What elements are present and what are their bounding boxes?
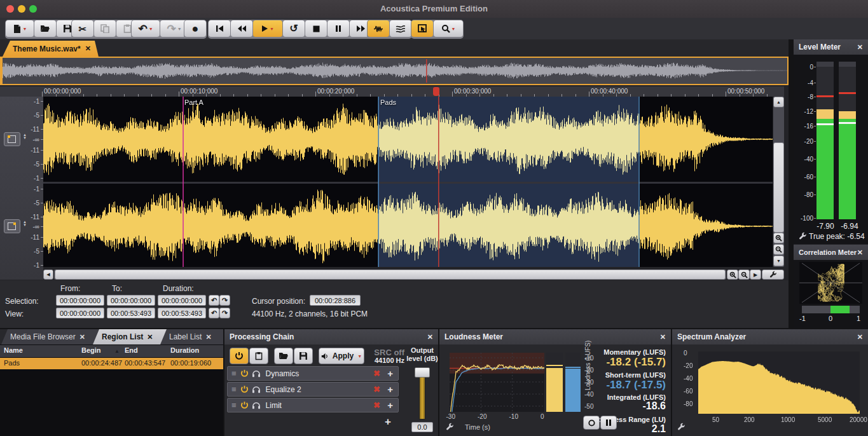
view-from-field[interactable]: 00:00:00:000 [56,308,104,318]
tab-media-file-browser[interactable]: Media File Browser ✕ [1,329,108,344]
channel-2-spinner[interactable]: ▲▼ [22,221,28,227]
marker-part-a-label[interactable]: Part A [184,99,203,106]
power-icon[interactable] [240,385,249,393]
power-icon[interactable] [240,369,249,378]
chain-item-limit[interactable]: ≡Limit✖+ [227,398,399,412]
record-button[interactable]: ● [184,20,206,37]
play-button[interactable]: ▼ [253,20,282,37]
new-file-dropdown-caret[interactable]: ▼ [23,27,27,31]
level-meter-close-icon[interactable]: ✕ [857,44,863,51]
zoom-tool-button[interactable]: ▼ [434,20,463,37]
cut-button[interactable]: ✂ [72,20,93,37]
selection-to-field[interactable]: 00:00:00:000 [107,295,155,306]
document-tab[interactable]: Theme Music.wav* ✕ [3,41,99,57]
headphones-icon[interactable] [252,402,261,409]
vertical-zoom-out-button[interactable] [773,244,784,255]
scroll-options-button[interactable]: ▶ [750,269,761,280]
apply-dropdown-caret[interactable]: ▼ [357,354,362,358]
chain-paste-button[interactable] [249,348,268,364]
channel-2-select-widget[interactable] [4,219,20,233]
add-effect-icon[interactable]: + [387,368,393,379]
remove-effect-icon[interactable]: ✖ [373,369,380,378]
chain-item-dynamics[interactable]: ≡Dynamics✖+ [227,366,399,381]
vertical-scroll-thumb[interactable] [773,142,784,233]
headphones-icon[interactable] [252,386,261,393]
vertical-zoom-in-button[interactable] [773,233,784,243]
processing-chain-close-icon[interactable]: ✕ [427,334,433,341]
tab-close-icon[interactable]: ✕ [147,334,153,341]
horizontal-zoom-out-button[interactable] [738,269,750,280]
stop-button[interactable] [305,20,327,37]
loudness-meter-close-icon[interactable]: ✕ [660,334,666,341]
remove-effect-icon[interactable]: ✖ [373,385,380,394]
tab-close-icon[interactable]: ✕ [205,334,211,341]
overview-waveform-canvas[interactable] [3,58,787,84]
copy-button[interactable] [94,20,116,37]
cursor-position-field[interactable]: 00:00:28:886 [310,295,361,306]
playback-cursor-handle[interactable] [433,87,439,96]
tab-close-icon[interactable]: ✕ [79,334,85,341]
timeline-ruler[interactable]: 00:00:00:00000:00:10:00000:00:20:00000:0… [0,86,784,97]
chain-power-button[interactable] [230,348,249,364]
loop-playback-button[interactable]: ↺ [283,20,305,37]
document-tab-close-icon[interactable]: ✕ [85,45,91,52]
output-level-value[interactable]: 0.0 [411,422,433,432]
add-effect-icon[interactable]: + [387,384,393,395]
view-to-field[interactable]: 00:00:53:493 [107,308,155,318]
chain-open-button[interactable] [274,348,293,364]
view-redo-button[interactable]: ↷ [219,308,230,318]
drag-handle-icon[interactable]: ≡ [231,369,237,378]
region-row-pads[interactable]: Pads 00:00:24:487 00:00:43:547 00:00:19:… [0,358,223,369]
waveform-settings-button[interactable] [762,269,784,280]
region-pads-label[interactable]: Pads [380,99,396,106]
loudness-reset-button[interactable] [583,416,600,430]
pause-button[interactable] [327,20,349,37]
selection-undo-button[interactable]: ↶ [209,295,219,306]
waveform-view-button[interactable] [368,20,389,37]
chain-save-button[interactable] [294,348,313,364]
column-name[interactable]: Name [4,346,23,354]
rewind-button[interactable] [231,20,252,37]
selection-redo-button[interactable]: ↷ [219,295,230,306]
spectrum-analyzer-close-icon[interactable]: ✕ [857,334,863,341]
spectrum-view-button[interactable] [390,20,411,37]
horizontal-zoom-in-button[interactable] [727,269,738,280]
channel-1-spinner[interactable]: ▲▼ [22,133,28,140]
view-duration-field[interactable]: 00:00:53:493 [158,308,206,318]
open-file-button[interactable] [34,20,56,37]
power-icon[interactable] [240,401,249,409]
drag-handle-icon[interactable]: ≡ [231,400,237,410]
channel-1-select-widget[interactable] [4,132,20,146]
loudness-settings-button[interactable] [446,422,454,433]
go-to-start-button[interactable] [209,20,230,37]
column-duration[interactable]: Duration [170,346,199,354]
headphones-icon[interactable] [252,370,261,378]
chain-apply-button[interactable]: Apply ▼ [319,348,364,364]
waveform-editor[interactable]: Part A Pads [43,97,773,267]
zoom-dropdown-caret[interactable]: ▼ [451,27,456,31]
undo-button[interactable]: ↶ ▼ [132,20,160,37]
scroll-up-button[interactable]: ▲ [773,97,784,107]
undo-dropdown-caret[interactable]: ▼ [149,27,153,31]
scroll-down-button[interactable]: ▼ [773,255,784,266]
drag-handle-icon[interactable]: ≡ [231,385,237,394]
horizontal-scroll-thumb[interactable] [55,269,726,280]
spectrum-settings-button[interactable] [677,422,685,433]
loudness-pause-button[interactable] [600,416,617,430]
overview-waveform[interactable] [0,57,789,85]
chain-item-equalize-2[interactable]: ≡Equalize 2✖+ [227,382,399,397]
chain-add-button[interactable]: + [385,416,391,428]
column-end[interactable]: End [125,346,138,354]
redo-dropdown-caret[interactable]: ▼ [177,27,182,31]
add-effect-icon[interactable]: + [387,400,393,411]
scroll-left-button[interactable]: ◀ [43,269,53,280]
level-meter-settings-button[interactable] [799,231,807,243]
correlation-meter-close-icon[interactable]: ✕ [857,249,863,256]
selection-from-field[interactable]: 00:00:00:000 [56,295,104,306]
new-file-button[interactable]: ▼ [6,20,34,37]
remove-effect-icon[interactable]: ✖ [373,400,380,410]
selection-duration-field[interactable]: 00:00:00:000 [158,295,206,306]
region-table-header[interactable]: Name Begin ▲ End Duration [0,345,223,357]
column-begin[interactable]: Begin [81,346,101,354]
selection-tool-button[interactable] [411,20,433,37]
